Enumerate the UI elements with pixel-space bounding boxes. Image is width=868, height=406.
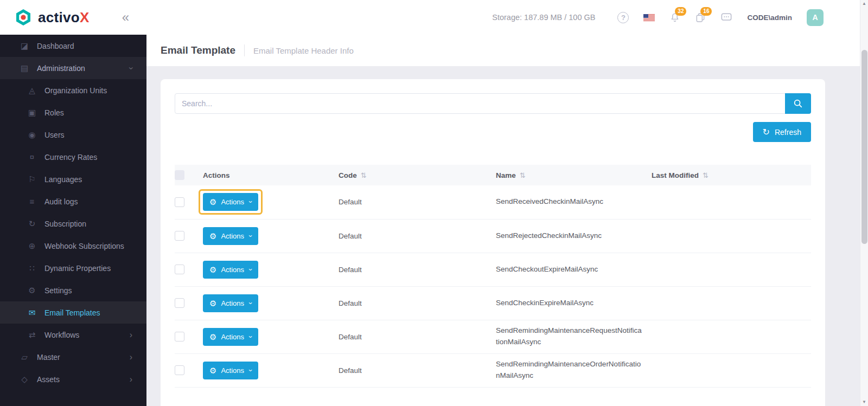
last-modified-cell xyxy=(652,353,811,387)
chevron-down-icon: › xyxy=(247,302,254,304)
name-cell: SendRejectedCheckinMailAsync xyxy=(496,219,652,253)
column-header-last-modified[interactable]: Last Modified xyxy=(652,171,699,179)
help-icon[interactable]: ? xyxy=(617,12,629,23)
sidebar-item-assets[interactable]: ◇Assets› xyxy=(0,368,146,390)
code-cell: Default xyxy=(339,185,496,219)
sidebar-item-label: Master xyxy=(37,353,60,362)
sidebar-item-label: Audit logs xyxy=(44,197,78,206)
refresh-icon: ↻ xyxy=(763,128,770,137)
sidebar-item-label: Webhook Subscriptions xyxy=(44,242,124,250)
language-flag-icon[interactable] xyxy=(643,14,655,21)
sidebar-item-currency-rates[interactable]: ¤Currency Rates xyxy=(0,146,146,168)
page-title: Email Template xyxy=(161,44,235,56)
refresh-button-label: Refresh xyxy=(775,128,801,137)
sidebar-item-email-templates[interactable]: ✉Email Templates xyxy=(0,301,146,324)
highlight-box: ⚙Actions› xyxy=(199,189,263,215)
sidebar-item-label: Organization Units xyxy=(44,86,107,95)
last-modified-cell xyxy=(652,253,811,286)
chevron-down-icon: › xyxy=(247,369,254,371)
actions-button[interactable]: ⚙Actions› xyxy=(203,261,258,279)
actions-button[interactable]: ⚙Actions› xyxy=(203,294,258,312)
sidebar-item-label: Roles xyxy=(44,108,64,117)
gear-icon: ⚙ xyxy=(209,299,216,307)
search-button[interactable] xyxy=(785,93,811,114)
sidebar-menu: ◪Dashboard▤Administration›◬Organization … xyxy=(0,35,146,390)
email-templates-icon: ✉ xyxy=(26,308,38,318)
chevron-right-icon: › xyxy=(130,353,132,362)
sort-icon[interactable]: ⇅ xyxy=(703,171,709,179)
scrollbar-up-arrow[interactable]: ▲ xyxy=(860,0,868,8)
table-row: ⚙Actions›DefaultSendRejectedCheckinMailA… xyxy=(175,219,811,253)
table-row: ⚙Actions›DefaultSendRemindingMaintenance… xyxy=(175,320,811,353)
assets-icon: ◇ xyxy=(18,375,30,384)
notifications-button[interactable]: 32 xyxy=(669,12,680,23)
code-cell: Default xyxy=(339,353,496,387)
actions-button-label: Actions xyxy=(221,333,244,341)
page-subtitle: Email Template Header Info xyxy=(253,46,354,55)
name-cell: SendRemindingMaintenanceRequestNotificat… xyxy=(496,320,652,353)
row-checkbox[interactable] xyxy=(175,365,184,375)
sidebar-item-users[interactable]: ◉Users xyxy=(0,124,146,146)
row-checkbox[interactable] xyxy=(175,332,184,341)
actions-button-label: Actions xyxy=(221,366,244,375)
actions-button[interactable]: ⚙Actions› xyxy=(203,227,258,245)
page-header: Email Template Email Template Header Inf… xyxy=(146,35,868,66)
row-checkbox[interactable] xyxy=(175,197,184,207)
organization-units-icon: ◬ xyxy=(26,86,38,95)
row-checkbox[interactable] xyxy=(175,298,184,308)
brand-logo-icon xyxy=(14,8,33,27)
last-modified-cell xyxy=(652,219,811,253)
actions-button[interactable]: ⚙Actions› xyxy=(203,193,258,211)
sidebar-item-workflows[interactable]: ⇄Workflows› xyxy=(0,324,146,346)
sidebar-item-settings[interactable]: ⚙Settings xyxy=(0,279,146,301)
brand-name: activoX xyxy=(38,9,90,26)
sort-icon[interactable]: ⇅ xyxy=(520,171,526,179)
scrollbar-thumb[interactable] xyxy=(861,50,867,244)
sidebar-item-dashboard[interactable]: ◪Dashboard xyxy=(0,35,146,57)
sidebar-item-master[interactable]: ▱Master› xyxy=(0,346,146,368)
webhook-subscriptions-icon: ⊕ xyxy=(26,241,38,251)
sidebar-item-audit-logs[interactable]: ≡Audit logs xyxy=(0,190,146,212)
row-checkbox[interactable] xyxy=(175,265,184,274)
name-cell: SendRemindingMaintenanceOrderNotificatio… xyxy=(496,353,652,387)
sidebar-item-label: Settings xyxy=(44,286,72,295)
actions-button[interactable]: ⚙Actions› xyxy=(203,362,258,379)
dashboard-icon: ◪ xyxy=(18,41,30,51)
sidebar-collapse-icon[interactable]: « xyxy=(122,11,129,24)
table-row: ⚙Actions›DefaultSendRemindingMaintenance… xyxy=(175,353,811,387)
refresh-button[interactable]: ↻ Refresh xyxy=(753,122,811,142)
sidebar-item-subscription[interactable]: ↻Subscription xyxy=(0,212,146,235)
sidebar-item-dynamic-properties[interactable]: ∷Dynamic Properties xyxy=(0,257,146,279)
chevron-down-icon: › xyxy=(247,235,254,237)
avatar[interactable]: A xyxy=(807,9,824,26)
actions-button-label: Actions xyxy=(221,232,244,240)
sidebar-item-label: Subscription xyxy=(44,220,86,228)
table-body: ⚙Actions›DefaultSendReceivedCheckinMailA… xyxy=(175,185,811,387)
sidebar-item-label: Dynamic Properties xyxy=(44,264,111,273)
sort-icon[interactable]: ⇅ xyxy=(361,171,367,179)
search-input[interactable] xyxy=(175,93,811,114)
sidebar-item-webhook-subscriptions[interactable]: ⊕Webhook Subscriptions xyxy=(0,235,146,257)
current-user[interactable]: CODE\admin xyxy=(747,14,792,22)
messages-button[interactable]: 16 xyxy=(695,12,706,23)
search-bar xyxy=(175,93,811,114)
sidebar-item-languages[interactable]: ⚐Languages xyxy=(0,168,146,190)
column-header-code[interactable]: Code xyxy=(339,171,357,179)
table-row: ⚙Actions›DefaultSendReceivedCheckinMailA… xyxy=(175,185,811,219)
settings-icon: ⚙ xyxy=(26,286,38,295)
chevron-down-icon: › xyxy=(247,268,254,270)
column-header-name[interactable]: Name xyxy=(496,171,516,179)
sidebar-item-administration[interactable]: ▤Administration› xyxy=(0,57,146,79)
sidebar-item-roles[interactable]: ▣Roles xyxy=(0,101,146,124)
chat-button[interactable] xyxy=(720,12,732,23)
scrollbar[interactable]: ▲ ▼ xyxy=(860,0,868,406)
dynamic-properties-icon: ∷ xyxy=(26,263,38,273)
select-all-checkbox[interactable] xyxy=(175,170,184,180)
row-checkbox[interactable] xyxy=(175,231,184,241)
sidebar-item-organization-units[interactable]: ◬Organization Units xyxy=(0,79,146,101)
actions-button[interactable]: ⚙Actions› xyxy=(203,328,258,346)
name-cell: SendReceivedCheckinMailAsync xyxy=(496,185,652,219)
chevron-down-icon: › xyxy=(247,201,254,203)
scrollbar-down-arrow[interactable]: ▼ xyxy=(860,398,868,406)
column-header-actions: Actions xyxy=(203,171,230,179)
